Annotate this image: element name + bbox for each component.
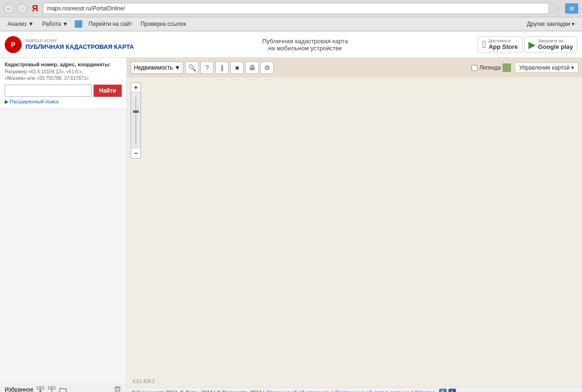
address-bar[interactable] — [43, 3, 549, 14]
map-area[interactable]: Недвижимость ▼ 🔍 ? ∥ ■ 🖶 ⚙ Легенда Управ… — [127, 58, 582, 392]
header-mid-line2: на мобильном устройстве — [155, 45, 455, 52]
status-sep1: | — [332, 390, 333, 392]
svg-text:Р: Р — [11, 41, 15, 48]
menu-item-icon[interactable] — [73, 19, 84, 29]
favorites-folder-button[interactable] — [59, 385, 67, 392]
version-label: 4.01.429.2 — [129, 377, 158, 386]
svg-rect-11 — [116, 386, 119, 388]
menu-item-analyze[interactable]: Анализ ▼ — [4, 19, 38, 29]
search-button[interactable]: Найти — [94, 85, 122, 97]
zoom-slider[interactable] — [131, 92, 141, 149]
svg-rect-2 — [37, 387, 40, 389]
zoom-out-button[interactable]: − — [131, 149, 141, 158]
facebook-icon[interactable]: f — [448, 389, 456, 392]
app-store-text: Доступно в App Store — [488, 39, 518, 50]
map-background — [127, 78, 582, 387]
toolbar-settings-button[interactable]: ⚙ — [260, 62, 274, 74]
legend-checkbox[interactable] — [472, 65, 478, 71]
svg-rect-7 — [52, 387, 55, 389]
map-control-button[interactable]: Управление картой ▾ — [515, 63, 578, 73]
search-hint: Например «61:6:10104:12», «61:6:», «Моск… — [5, 69, 122, 82]
forward-button[interactable]: → — [17, 3, 27, 14]
map-toolbar: Недвижимость ▼ 🔍 ? ∥ ■ 🖶 ⚙ Легенда Управ… — [131, 62, 578, 74]
map-canvas[interactable]: Ижевск Казань Набережные Челны Нижнекамс… — [127, 78, 582, 387]
browser-chrome: ← → Я ☆ ✉ Анализ ▼ Работа ▼ Перейти на с… — [0, 0, 582, 31]
favorites-delete-button[interactable] — [113, 385, 122, 392]
logo-icon: Р — [5, 36, 22, 53]
vkontakte-icon[interactable]: В — [439, 389, 447, 392]
agreement-link[interactable]: Соглашение об использовании — [335, 390, 409, 392]
menu-item-work[interactable]: Работа ▼ — [39, 19, 72, 29]
zoom-in-button[interactable]: + — [131, 83, 141, 92]
favorites-save-button[interactable] — [47, 385, 56, 392]
search-input[interactable] — [5, 85, 92, 97]
logo-area: Р ПОРТАЛ УСЛУГ ПУБЛИЧНАЯ КАДАСТРОВАЯ КАР… — [5, 36, 155, 53]
zoom-control: + − — [131, 82, 141, 158]
logo-text: ПОРТАЛ УСЛУГ ПУБЛИЧНАЯ КАДАСТРОВАЯ КАРТА — [25, 39, 134, 50]
back-button[interactable]: ← — [4, 3, 14, 14]
legend-checkbox-area[interactable]: Легенда — [472, 64, 501, 71]
bookmarks-button[interactable]: Другие закладки ▾ — [523, 19, 578, 29]
social-icons: В f — [439, 389, 456, 392]
svg-rect-3 — [41, 387, 44, 389]
browser-menu: Анализ ▼ Работа ▼ Перейти на сайт Провер… — [0, 17, 582, 31]
search-input-row: Найти — [5, 85, 122, 97]
header-apps:  Доступно в App Store ▶ Загрузите на Go… — [455, 36, 577, 53]
google-play-icon: ▶ — [528, 39, 535, 50]
search-label: Кадастровый номер, адрес, координаты: — [5, 62, 122, 67]
google-play-text: Загрузите на Google play — [538, 39, 573, 50]
sidebar: Кадастровый номер, адрес, координаты: На… — [0, 58, 127, 392]
bookmark-star-icon[interactable]: ☆ — [552, 3, 562, 14]
property-type-select[interactable]: Недвижимость ▼ — [131, 62, 183, 74]
favorites-label: Избранное — [5, 386, 33, 392]
zoom-track — [135, 97, 136, 144]
google-play-button[interactable]: ▶ Загрузите на Google play — [524, 36, 577, 53]
mail-button[interactable]: ✉ — [565, 3, 578, 14]
browser-nav: ← → Я ☆ ✉ — [0, 0, 582, 17]
apple-icon:  — [482, 39, 486, 51]
menu-item-goto[interactable]: Перейти на сайт — [85, 19, 136, 29]
toolbar-draw-button[interactable]: ■ — [230, 62, 244, 74]
yandex-logo: Я — [32, 4, 38, 14]
header-mid-line1: Публичная кадастровая карта — [155, 38, 455, 45]
favorites-panel: Избранное — [0, 383, 126, 392]
toolbar-print-button[interactable]: 🖶 — [245, 62, 259, 74]
favorites-add-button[interactable] — [36, 385, 45, 392]
page-content: Р ПОРТАЛ УСЛУГ ПУБЛИЧНАЯ КАДАСТРОВАЯ КАР… — [0, 31, 582, 392]
search-panel: Кадастровый номер, адрес, координаты: На… — [0, 58, 126, 109]
status-copyright: © Госисцентр 2013, © Дата+ 2013 | © Роср… — [132, 390, 264, 392]
header-mid: Публичная кадастровая карта на мобильном… — [155, 38, 455, 52]
sidebar-content-area — [0, 109, 126, 383]
logo-map-title: ПУБЛИЧНАЯ КАДАСТРОВАЯ КАРТА — [25, 43, 134, 50]
toolbar-search-button[interactable]: 🔍 — [185, 62, 198, 74]
menu-item-check[interactable]: Проверка ссылок — [137, 19, 190, 29]
updates-link[interactable]: Сведения об обновлениях — [266, 390, 330, 392]
zoom-thumb — [133, 110, 139, 113]
app-store-button[interactable]:  Доступно в App Store — [478, 36, 522, 53]
advanced-search-link[interactable]: ▶ Расширенный поиск — [5, 99, 122, 105]
toolbar-info-button[interactable]: ? — [200, 62, 213, 74]
main-content: Кадастровый номер, адрес, координаты: На… — [0, 58, 582, 392]
toolbar-measure-button[interactable]: ∥ — [215, 62, 228, 74]
map-control-icon — [503, 63, 511, 72]
help-link[interactable]: Справка — [415, 390, 435, 392]
svg-rect-6 — [48, 387, 51, 389]
site-header: Р ПОРТАЛ УСЛУГ ПУБЛИЧНАЯ КАДАСТРОВАЯ КАР… — [0, 31, 582, 58]
status-bar: © Госисцентр 2013, © Дата+ 2013 | © Роср… — [127, 387, 582, 392]
logo-portal-label: ПОРТАЛ УСЛУГ — [25, 39, 134, 43]
status-sep2: | — [412, 390, 413, 392]
legend-label: Легенда — [480, 64, 501, 71]
